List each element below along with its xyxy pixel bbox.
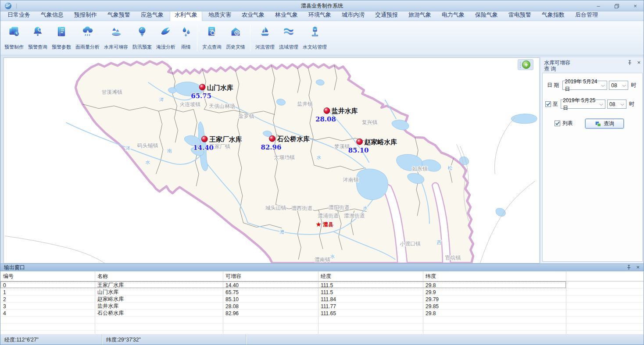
- column-header-编号[interactable]: 编号: [0, 273, 95, 280]
- restore-icon: [614, 4, 619, 9]
- panel-close-icon[interactable]: ×: [637, 59, 640, 66]
- tool-button-防汛预案[interactable]: 防汛预案: [131, 24, 153, 51]
- marker-highlight: [358, 140, 360, 142]
- map-zoom-in-button[interactable]: +: [522, 60, 530, 69]
- table-cell: 0: [0, 282, 95, 288]
- warning-docs-icon: [8, 25, 20, 38]
- column-header-可增容[interactable]: 可增容: [223, 273, 318, 280]
- town-label: 码头铺镇: [137, 142, 158, 149]
- tool-button-label: 面雨量分析: [75, 44, 100, 50]
- tool-button-历史灾情[interactable]: 历史灾情: [225, 24, 247, 51]
- town-label: 澧澹街道: [344, 213, 365, 219]
- restore-button[interactable]: [613, 3, 621, 10]
- title-bar: | 澧县业务制作系统 – ×: [0, 0, 644, 11]
- table-row[interactable]: 2赵家峪水库85.10111.8429.79: [0, 295, 644, 302]
- pin-icon[interactable]: [627, 60, 632, 67]
- county-seat: ★澧县: [316, 221, 333, 228]
- status-latitude: 纬度:29°37'32": [102, 334, 246, 345]
- hour-from-select[interactable]: 08: [609, 81, 628, 90]
- tool-button-label: 水文站管理: [303, 44, 327, 50]
- town-label: 澧西街道: [291, 205, 312, 211]
- output-window: 输出窗口 × 编号名称可增容经度纬度 0王家厂水库14.40111.529.81…: [0, 263, 644, 334]
- reservoir-name-label: 王家厂水库: [209, 135, 242, 143]
- tool-button-面雨量分析[interactable]: 面雨量分析: [74, 24, 101, 51]
- table-cell: 29.79: [423, 296, 566, 302]
- town-label: 城头山镇: [265, 205, 286, 211]
- date-to-select[interactable]: 2019年 5月25日: [561, 100, 605, 109]
- reservoir-point-icon[interactable]: [357, 139, 363, 145]
- result-table: 编号名称可增容经度纬度 0王家厂水库14.40111.529.81山门水库65.…: [0, 271, 644, 334]
- date-from-select[interactable]: 2019年 5月24日: [562, 81, 607, 90]
- output-close-icon[interactable]: ×: [636, 264, 640, 270]
- chevron-down-icon: [599, 82, 607, 89]
- tool-button-label: 雨情: [181, 44, 191, 50]
- reservoir-point-icon[interactable]: [199, 84, 205, 90]
- tool-button-预警参数[interactable]: 预警参数: [50, 24, 72, 51]
- county-seat-label: 澧县: [322, 221, 333, 228]
- reservoir-point-icon[interactable]: [324, 108, 330, 114]
- tool-button-雨情[interactable]: 雨情: [179, 24, 193, 51]
- river-label: 南: [167, 148, 172, 153]
- toolbar: 预警制作预警查询预警参数面雨量分析水库可增容防汛预案淹没分析雨情灾点查询历史灾情…: [0, 21, 644, 55]
- list-checkbox[interactable]: [555, 121, 560, 126]
- hydro-station-icon: [309, 25, 321, 38]
- toolbar-separator: [197, 24, 197, 51]
- sailboat-icon: [259, 25, 271, 38]
- river-label: 涔: [125, 146, 130, 151]
- reservoir-point-icon[interactable]: [269, 135, 275, 142]
- table-cell: 赵家峪水库: [95, 295, 223, 303]
- minimize-button[interactable]: –: [594, 3, 602, 10]
- tool-button-灾点查询[interactable]: 灾点查询: [201, 24, 223, 51]
- tool-button-水文站管理[interactable]: 水文站管理: [301, 24, 328, 51]
- widget-handle[interactable]: [520, 62, 521, 68]
- to-date-checkbox[interactable]: [545, 101, 551, 107]
- tool-button-水库可增容[interactable]: 水库可增容: [103, 24, 129, 51]
- reservoir-point-icon[interactable]: [201, 136, 208, 142]
- tool-button-预警查询[interactable]: 预警查询: [27, 24, 49, 51]
- reservoir-trees-icon: [110, 25, 122, 38]
- table-cell: 111.5: [318, 282, 423, 288]
- query-group-box: 日 期 2019年 5月24日 08 时 至: [542, 73, 643, 262]
- column-header-纬度[interactable]: 纬度: [423, 273, 566, 280]
- table-row[interactable]: 4石公桥水库82.96111.6529.8: [0, 309, 644, 317]
- reservoir-name-label: 盐井水库: [331, 107, 358, 115]
- river-label: 涔: [159, 97, 164, 102]
- county-map[interactable]: 甘溪滩镇火连坡镇天供山林场金罗镇盐井镇复兴镇码头铺镇王家厂镇梦溪镇大堰垱镇涔南镇…: [4, 58, 539, 263]
- tool-button-流域管理[interactable]: 流域管理: [278, 24, 300, 51]
- tool-button-label: 淹没分析: [156, 44, 175, 50]
- table-cell: 2: [0, 296, 95, 302]
- panel-subtitle: 查 询: [544, 66, 641, 72]
- toolbar-separator: [250, 24, 250, 51]
- tool-button-河流管理[interactable]: 河流管理: [254, 24, 276, 51]
- hour-suffix-label: 时: [631, 82, 636, 89]
- column-header-名称[interactable]: 名称: [95, 273, 223, 280]
- reservoir-value-label: 85.10: [348, 146, 369, 154]
- query-button[interactable]: 查询: [585, 119, 624, 128]
- doc-search-icon: [206, 25, 218, 38]
- map-canvas[interactable]: 甘溪滩镇火连坡镇天供山林场金罗镇盐井镇复兴镇码头铺镇王家厂镇梦溪镇大堰垱镇涔南镇…: [4, 57, 539, 263]
- tool-button-label: 预警查询: [28, 44, 47, 50]
- doc-params-icon: [55, 25, 68, 38]
- table-cell: 1: [0, 289, 95, 295]
- to-label: 至: [553, 100, 558, 108]
- table-row[interactable]: 1山门水库65.75111.529.9: [0, 288, 644, 295]
- cloud-rain-icon: [82, 25, 94, 38]
- table-cell: 盐井水库: [95, 302, 223, 310]
- tool-button-预警制作[interactable]: 预警制作: [3, 24, 25, 51]
- town-label: 澧南镇: [315, 256, 330, 263]
- column-header-经度[interactable]: 经度: [318, 273, 423, 280]
- close-button[interactable]: ×: [631, 3, 639, 10]
- map-tool-widget: +: [518, 59, 533, 70]
- river-label: 澹: [279, 229, 284, 235]
- table-row[interactable]: 0王家厂水库14.40111.529.8: [0, 281, 644, 288]
- output-title: 输出窗口: [4, 264, 25, 271]
- river-label: 水: [363, 205, 368, 210]
- hour-to-select[interactable]: 08: [607, 100, 626, 109]
- table-row[interactable]: 3盐井水库28.08111.7729.85: [0, 302, 644, 309]
- table-cell: 14.40: [223, 282, 318, 288]
- town-label: 甘溪滩镇: [101, 89, 122, 95]
- tool-button-label: 流域管理: [279, 44, 298, 50]
- pin-icon[interactable]: [626, 265, 631, 271]
- tool-button-淹没分析[interactable]: 淹没分析: [155, 24, 177, 51]
- chevron-down-icon: [619, 101, 626, 107]
